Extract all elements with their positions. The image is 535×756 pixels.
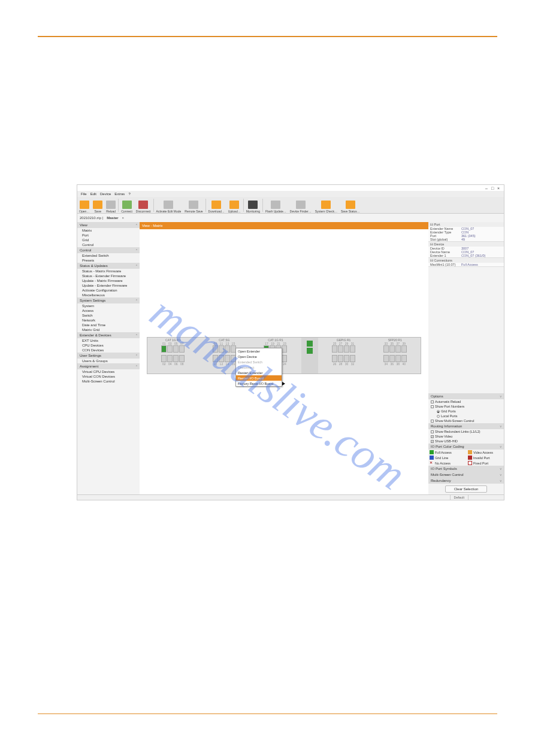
checkbox[interactable] bbox=[431, 400, 434, 403]
panel-routing-information[interactable]: Routing Information bbox=[428, 423, 504, 429]
port[interactable] bbox=[338, 345, 343, 353]
nav-item[interactable]: Miscellaneous bbox=[77, 293, 140, 297]
toolbar-system-check-[interactable]: System Check… bbox=[313, 197, 339, 213]
radio[interactable] bbox=[437, 410, 440, 413]
port[interactable] bbox=[213, 345, 218, 353]
panel-io-port-symbols[interactable]: IO Port Symbols bbox=[428, 466, 504, 472]
port[interactable] bbox=[225, 355, 230, 362]
menu-file[interactable]: File bbox=[81, 192, 87, 196]
nav-item[interactable]: Update - Extender Firmware bbox=[77, 283, 140, 288]
ctx-item[interactable]: Open Device bbox=[236, 354, 282, 359]
nav-item[interactable]: Access bbox=[77, 308, 140, 313]
port[interactable] bbox=[344, 355, 349, 362]
minimize-button[interactable]: – bbox=[483, 186, 489, 190]
menu-edit[interactable]: Edit bbox=[90, 192, 96, 196]
checkbox[interactable] bbox=[431, 405, 434, 408]
port[interactable] bbox=[350, 345, 355, 353]
nav-item[interactable]: Presets bbox=[77, 258, 140, 263]
nav-item[interactable]: Grid bbox=[77, 238, 140, 242]
io-board[interactable]: CAT 1G R10103050702040608 bbox=[147, 338, 199, 374]
port[interactable] bbox=[219, 355, 224, 362]
close-button[interactable]: × bbox=[495, 186, 501, 190]
port[interactable] bbox=[383, 345, 389, 353]
nav-item[interactable]: System bbox=[77, 303, 140, 308]
toolbar-save[interactable]: Save bbox=[91, 197, 104, 213]
tab-master[interactable]: Master bbox=[107, 216, 118, 220]
ctx-item[interactable]: Open Extender bbox=[236, 348, 282, 354]
clear-selection-button[interactable]: Clear Selection bbox=[445, 485, 488, 493]
panel-redundancy[interactable]: Redundancy bbox=[428, 478, 504, 484]
port[interactable] bbox=[282, 345, 287, 353]
port[interactable] bbox=[179, 355, 185, 362]
nav-item[interactable]: Network bbox=[77, 318, 140, 323]
io-board[interactable]: SFP20 R13335373934363840 bbox=[369, 338, 421, 374]
port[interactable] bbox=[219, 345, 224, 353]
section-control[interactable]: Control bbox=[77, 247, 140, 253]
radio[interactable] bbox=[437, 415, 440, 418]
nav-item[interactable]: CPU Devices bbox=[77, 343, 140, 348]
toolbar-reload[interactable]: Reload bbox=[104, 197, 117, 213]
menu-?[interactable]: ? bbox=[128, 192, 130, 196]
ctx-item[interactable]: Restart I/O Board bbox=[236, 375, 282, 381]
toolbar-connect[interactable]: Connect bbox=[119, 197, 134, 213]
port[interactable] bbox=[389, 355, 395, 362]
nav-item[interactable]: Virtual CPU Devices bbox=[77, 369, 140, 374]
checkbox[interactable] bbox=[431, 420, 434, 423]
nav-item[interactable]: Control bbox=[77, 242, 140, 247]
panel-multi-screen-control[interactable]: Multi-Screen Control bbox=[428, 472, 504, 478]
checkbox[interactable] bbox=[431, 440, 434, 443]
checkbox[interactable] bbox=[431, 430, 434, 433]
toolbar-monitoring[interactable]: Monitoring bbox=[244, 197, 262, 213]
toolbar-device-finder-[interactable]: Device Finder… bbox=[288, 197, 313, 213]
nav-item[interactable]: Port bbox=[77, 233, 140, 238]
matrix-rack[interactable]: CAT 1G R10103050702040608CAT SG091113151… bbox=[147, 337, 421, 374]
port[interactable] bbox=[383, 355, 389, 362]
port[interactable] bbox=[179, 345, 185, 353]
menu-extras[interactable]: Extras bbox=[114, 192, 125, 196]
nav-item[interactable]: Activate Configuration bbox=[77, 288, 140, 293]
nav-item[interactable]: Extended Switch bbox=[77, 253, 140, 258]
toolbar-remote-save[interactable]: Remote Save bbox=[183, 197, 204, 213]
nav-item[interactable]: Update - Matrix Firmware bbox=[77, 278, 140, 283]
section-system-settings[interactable]: System Settings bbox=[77, 297, 140, 303]
nav-item[interactable]: Users & Groups bbox=[77, 359, 140, 363]
tab-file[interactable]: 20210210.zip | bbox=[80, 216, 103, 220]
port[interactable] bbox=[350, 355, 355, 362]
menu-device[interactable]: Device bbox=[100, 192, 111, 196]
port[interactable] bbox=[173, 345, 179, 353]
port[interactable] bbox=[167, 345, 173, 353]
matrix-area[interactable]: CAT 1G R10103050702040608CAT SG091113151… bbox=[140, 229, 428, 494]
tab-close-icon[interactable]: × bbox=[122, 216, 125, 220]
section-assignment[interactable]: Assignment bbox=[77, 363, 140, 369]
port[interactable] bbox=[389, 345, 395, 353]
maximize-button[interactable]: □ bbox=[489, 186, 495, 190]
port[interactable] bbox=[395, 355, 401, 362]
port[interactable] bbox=[282, 355, 287, 362]
toolbar-download-[interactable]: Download… bbox=[207, 197, 226, 213]
toolbar-open-[interactable]: Open… bbox=[77, 197, 91, 213]
nav-item[interactable]: Status - Matrix Firmware bbox=[77, 269, 140, 274]
port[interactable] bbox=[161, 355, 167, 362]
section-user-settings[interactable]: User Settings bbox=[77, 353, 140, 359]
panel-options[interactable]: Options bbox=[428, 393, 504, 399]
ctx-item[interactable]: Restart Extender bbox=[236, 370, 282, 375]
nav-item[interactable]: Switch bbox=[77, 313, 140, 318]
nav-item[interactable]: CON Devices bbox=[77, 348, 140, 353]
ctx-item[interactable]: Factory Reset I/O Board bbox=[236, 381, 282, 386]
toolbar-flash-update-[interactable]: Flash Update… bbox=[264, 197, 288, 213]
section-extender-devices[interactable]: Extender & Devices bbox=[77, 332, 140, 338]
checkbox[interactable] bbox=[431, 435, 434, 438]
port[interactable] bbox=[167, 355, 173, 362]
section-status-updates[interactable]: Status & Updates bbox=[77, 263, 140, 269]
port[interactable] bbox=[213, 355, 218, 362]
port[interactable] bbox=[332, 345, 337, 353]
toolbar-activate-edit-mode[interactable]: Activate Edit Mode bbox=[155, 197, 183, 213]
toolbar-save-status-[interactable]: Save Status… bbox=[339, 197, 362, 213]
nav-item[interactable]: Date and Time bbox=[77, 323, 140, 327]
port[interactable] bbox=[344, 345, 349, 353]
nav-item[interactable]: EXT Units bbox=[77, 338, 140, 343]
nav-item[interactable]: Virtual CON Devices bbox=[77, 374, 140, 379]
io-board[interactable]: GEPIG R12527293126283032 bbox=[318, 338, 370, 374]
toolbar-disconnect[interactable]: Disconnect bbox=[134, 197, 153, 213]
port[interactable] bbox=[401, 345, 407, 353]
